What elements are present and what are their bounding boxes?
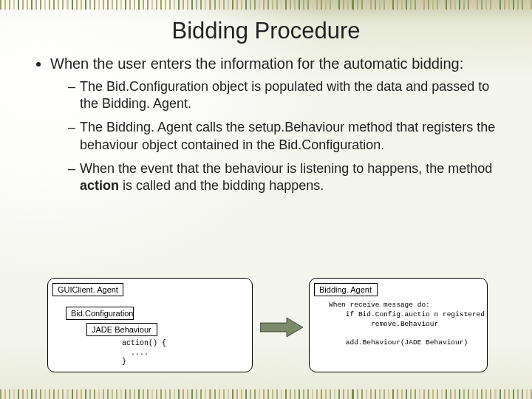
sub-bullet-1: The Bid.Configuration object is populate… xyxy=(68,78,505,114)
diagram-right-panel: Bidding. Agent When receive message do: … xyxy=(309,278,488,372)
bidding-agent-box: Bidding. Agent xyxy=(314,283,378,296)
main-bullet-text: When the user enters the information for… xyxy=(50,55,463,72)
sub-bullet-3: When the event that the behaviour is lis… xyxy=(68,160,505,196)
sub-bullet-2: The Bidding. Agent calls the setup.Behav… xyxy=(68,119,505,154)
slide-title: Bidding Procedure xyxy=(27,18,505,44)
main-bullet-list: When the user enters the information for… xyxy=(27,55,505,195)
action-code-snippet: action() { .... } xyxy=(122,339,166,367)
diagram: GUIClient. Agent Bid.Configuration JADE … xyxy=(47,278,488,380)
jade-behaviour-box: JADE Behaviour xyxy=(86,323,157,336)
guiclient-agent-box: GUIClient. Agent xyxy=(52,283,123,296)
sub3-action-word: action xyxy=(80,178,119,193)
sub3-part-a: When the event that the behaviour is lis… xyxy=(80,161,492,176)
slide-content: Bidding Procedure When the user enters t… xyxy=(0,0,532,399)
bid-configuration-box: Bid.Configuration xyxy=(66,307,134,320)
arrow-icon xyxy=(260,316,303,338)
main-bullet: When the user enters the information for… xyxy=(50,55,505,195)
sub3-part-c: is called and the bidding happens. xyxy=(119,178,324,193)
sub-bullet-list: The Bid.Configuration object is populate… xyxy=(50,78,505,196)
bidding-agent-code: When receive message do: if Bid.Config.a… xyxy=(329,301,485,348)
svg-marker-0 xyxy=(260,318,303,337)
diagram-left-panel: GUIClient. Agent Bid.Configuration JADE … xyxy=(47,278,253,372)
